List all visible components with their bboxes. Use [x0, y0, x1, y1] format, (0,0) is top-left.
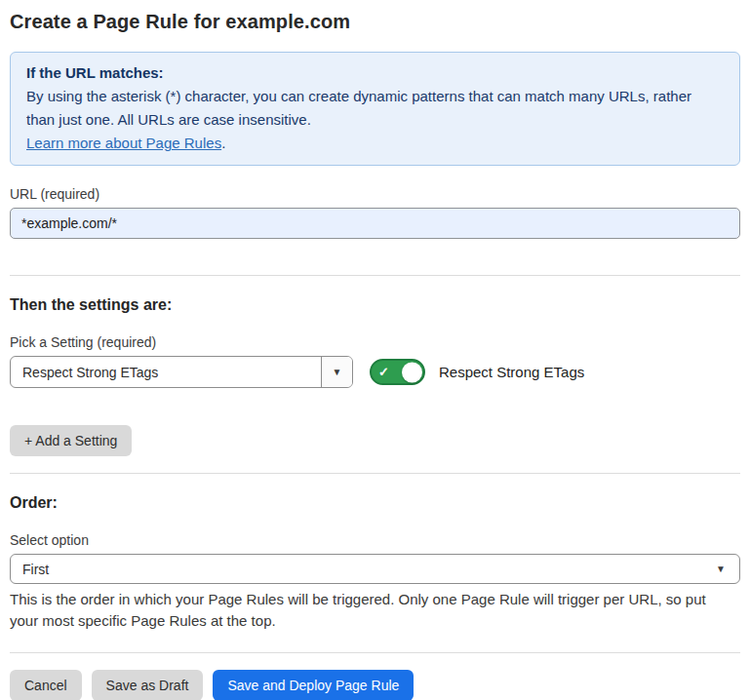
check-icon: ✓: [378, 366, 389, 378]
learn-more-link[interactable]: Learn more about Page Rules: [26, 135, 221, 151]
create-page-rule-form: Create a Page Rule for example.com If th…: [0, 0, 750, 700]
info-box-link-line: Learn more about Page Rules.: [26, 132, 724, 155]
info-box-heading: If the URL matches:: [26, 61, 724, 85]
info-box-body: By using the asterisk (*) character, you…: [26, 85, 709, 132]
setting-select-value: Respect Strong ETags: [11, 365, 170, 380]
order-select-value: First: [11, 562, 60, 577]
url-label: URL (required): [10, 186, 740, 202]
select-option-label: Select option: [10, 532, 740, 548]
toggle-knob: [402, 362, 422, 382]
order-select[interactable]: First ▼: [10, 554, 740, 584]
footer-actions: Cancel Save as Draft Save and Deploy Pag…: [10, 670, 740, 700]
setting-toggle[interactable]: ✓: [370, 359, 425, 385]
order-help-text: This is the order in which your Page Rul…: [10, 589, 731, 632]
footer-divider: [10, 652, 740, 653]
cancel-button[interactable]: Cancel: [10, 670, 82, 700]
link-period: .: [221, 135, 225, 151]
page-title: Create a Page Rule for example.com: [10, 0, 740, 33]
chevron-down-icon: ▼: [716, 564, 739, 574]
url-input[interactable]: [10, 208, 740, 239]
order-heading: Order:: [10, 474, 740, 512]
settings-heading: Then the settings are:: [10, 276, 740, 314]
chevron-down-icon[interactable]: ▼: [321, 357, 352, 387]
url-match-info-box: If the URL matches: By using the asteris…: [10, 52, 740, 166]
add-setting-button[interactable]: + Add a Setting: [10, 425, 132, 456]
save-deploy-button[interactable]: Save and Deploy Page Rule: [213, 670, 414, 700]
pick-setting-label: Pick a Setting (required): [10, 334, 740, 350]
setting-select[interactable]: Respect Strong ETags ▼: [10, 356, 353, 388]
save-draft-button[interactable]: Save as Draft: [92, 670, 204, 700]
toggle-label: Respect Strong ETags: [439, 364, 584, 380]
setting-row: Respect Strong ETags ▼ ✓ Respect Strong …: [10, 356, 740, 388]
